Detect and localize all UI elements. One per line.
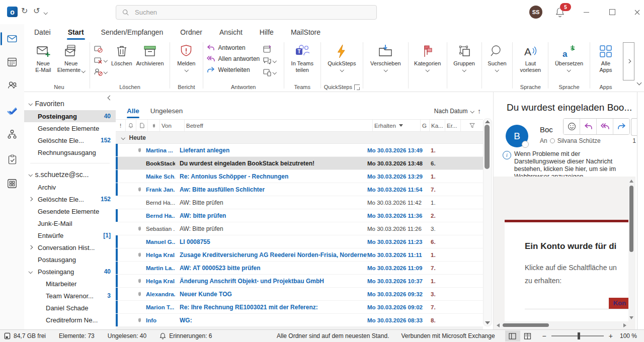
folder-item[interactable]: Team Warenor...3 [24, 290, 116, 302]
notifications-button[interactable]: 5 [555, 7, 568, 19]
kategorien-button[interactable]: Kategorien [412, 42, 443, 73]
message-row[interactable]: Helga Kral...Änderung Anschrift Objekt- … [116, 275, 483, 288]
message-row[interactable]: Martina ...Lieferant anlegenMo 30.03.202… [116, 144, 483, 157]
block-sender-button[interactable] [94, 67, 107, 76]
tab-datei[interactable]: Datei [33, 26, 52, 38]
tab-senden-empfangen[interactable]: Senden/Empfangen [100, 26, 165, 38]
message-list-scrollbar[interactable] [483, 118, 492, 326]
qat-customize-chevron-icon[interactable] [44, 11, 48, 15]
avatar[interactable]: SS [529, 6, 542, 19]
sender-name[interactable]: Boc [540, 125, 553, 134]
folder-item[interactable]: Rechnungsausgang [24, 146, 116, 158]
sender-avatar[interactable]: B [506, 125, 528, 147]
body-horizontal-scrollbar[interactable] [497, 322, 626, 328]
message-row[interactable]: Frank Jan...Aw: Bitte ausfüllen Schlicht… [116, 183, 483, 196]
body-vertical-scrollbar[interactable] [628, 179, 634, 320]
filter-icon[interactable] [461, 120, 483, 131]
zoom-out-button[interactable]: − [542, 332, 546, 340]
col-g[interactable]: G [421, 120, 430, 131]
folder-item[interactable]: Conversation Hist... [24, 241, 116, 253]
tab-hilfe[interactable]: Hilfe [259, 26, 275, 38]
rail-tasks-button[interactable] [0, 151, 24, 168]
normal-view-button[interactable] [505, 330, 520, 341]
tab-mailstore[interactable]: MailStore [290, 26, 321, 38]
weiterleiten-button[interactable]: Weiterleiten [207, 64, 260, 75]
col-betreff[interactable]: Betreff [185, 120, 372, 131]
meeting-reply-button[interactable] [263, 45, 276, 54]
rail-people-button[interactable] [0, 76, 24, 94]
col-erhalten[interactable]: Erhalten [372, 120, 421, 131]
react-button[interactable] [564, 119, 580, 134]
search-input[interactable] [134, 8, 347, 17]
folder-item[interactable]: Gesendete Elemente [24, 122, 116, 134]
col-erwaehnung[interactable]: Er... [445, 120, 461, 131]
in-teams-teilen-button[interactable]: T In Teams teilen [287, 42, 318, 75]
rail-org-button[interactable] [0, 126, 24, 143]
scroll-left-icon[interactable] [497, 323, 500, 327]
message-row[interactable]: Sebastian ...AW: Bitte prüfenMo 30.03.20… [116, 222, 483, 235]
account-header[interactable]: s.schuetze@sc... [24, 168, 116, 181]
zoom-slider[interactable] [551, 335, 604, 336]
chevron-down-icon[interactable] [29, 270, 33, 274]
read-on-device-button[interactable] [263, 68, 276, 77]
message-row[interactable]: Alexandra...Neuer Kunde TOGMo 30.03.2026… [116, 288, 483, 301]
col-item-type[interactable] [136, 120, 148, 131]
sort-direction-button[interactable]: ↑ [477, 107, 481, 115]
gruppen-button[interactable]: Gruppen [451, 42, 477, 73]
folder-item[interactable]: Mitarbeiter [24, 278, 116, 290]
recipient-name[interactable]: Silvana Schütze [557, 137, 601, 144]
minimize-button[interactable] [581, 7, 591, 17]
neue-email-button[interactable]: Neue E-Mail [31, 42, 55, 75]
group-header-heute[interactable]: Heute [116, 132, 483, 144]
quicksteps-button[interactable]: QuickSteps [326, 42, 358, 73]
tab-ansicht[interactable]: Ansicht [218, 26, 244, 38]
message-row[interactable]: Marion T...Re: Ihre Rechnung RE1003021 m… [116, 301, 483, 314]
dialog-launcher-icon[interactable] [354, 84, 360, 90]
folder-item[interactable]: Creditreform Ne... [24, 314, 116, 326]
chat-reply-button[interactable] [263, 56, 276, 65]
col-von[interactable]: Von [160, 120, 185, 131]
sort-by-button[interactable]: Nach Datum [434, 108, 473, 115]
archivieren-button[interactable]: Archivieren [134, 42, 166, 68]
message-row[interactable]: Martin La...AW: AT 0000523 bitte prüfenM… [116, 262, 483, 275]
scroll-up-icon[interactable] [485, 120, 490, 123]
scroll-down-icon[interactable] [629, 316, 633, 319]
chevron-right-icon[interactable] [29, 197, 33, 201]
rail-calendar-button[interactable] [0, 53, 24, 70]
reply-all-button[interactable] [597, 119, 613, 134]
message-row[interactable]: BookStackDu wurdest eingeladen BookStack… [116, 157, 483, 170]
delete-items-button[interactable] [94, 56, 107, 65]
message-row[interactable]: Maike Sch...Re: Antonius Schöpper - Rech… [116, 170, 483, 183]
chevron-right-icon[interactable] [29, 245, 33, 249]
render-warning[interactable]: i Wenn Probleme mit der Darstellungsweis… [503, 150, 632, 181]
message-row[interactable]: Bernd Ha...AW: Bitte prüfenMo 30.03.2026… [116, 196, 483, 209]
folder-item[interactable]: Posteingang40 [24, 266, 116, 278]
tab-ungelesen[interactable]: Ungelesen [150, 107, 183, 116]
reading-view-button[interactable] [520, 330, 535, 341]
folder-item[interactable]: Postausgang [24, 253, 116, 266]
verschieben-button[interactable]: Verschieben [368, 42, 403, 73]
folder-item[interactable]: Gesendete Elemente [24, 205, 116, 217]
melden-button[interactable]: Melden [175, 42, 197, 73]
folder-item[interactable]: Entwürfe[1] [24, 229, 116, 241]
scroll-up-icon[interactable] [629, 180, 633, 183]
forward-button[interactable] [613, 119, 629, 134]
col-importance[interactable]: ! [116, 120, 126, 131]
alle-apps-button[interactable]: Alle Apps [593, 42, 619, 75]
tab-alle[interactable]: Alle [127, 107, 139, 116]
folder-item[interactable]: Junk-E-Mail [24, 217, 116, 229]
reminders-status[interactable]: Erinnerungen: 6 [159, 332, 212, 339]
ribbon-overflow-button[interactable] [623, 42, 634, 80]
suchen-button[interactable]: Suchen [486, 42, 508, 73]
rail-apps-button[interactable] [0, 175, 24, 192]
search-box[interactable] [116, 5, 377, 20]
laut-vorlesen-button[interactable]: A Laut vorlesen [515, 42, 545, 75]
rail-todo-button[interactable] [0, 103, 24, 120]
scroll-down-icon[interactable] [485, 321, 490, 324]
col-attachment[interactable] [148, 120, 160, 131]
zoom-level[interactable]: 100 % [620, 332, 637, 339]
reply-button[interactable] [580, 119, 597, 134]
allen-antworten-button[interactable]: Allen antworten [207, 53, 260, 64]
sync-icon[interactable]: ↻ [21, 6, 28, 16]
close-button[interactable] [632, 7, 642, 17]
